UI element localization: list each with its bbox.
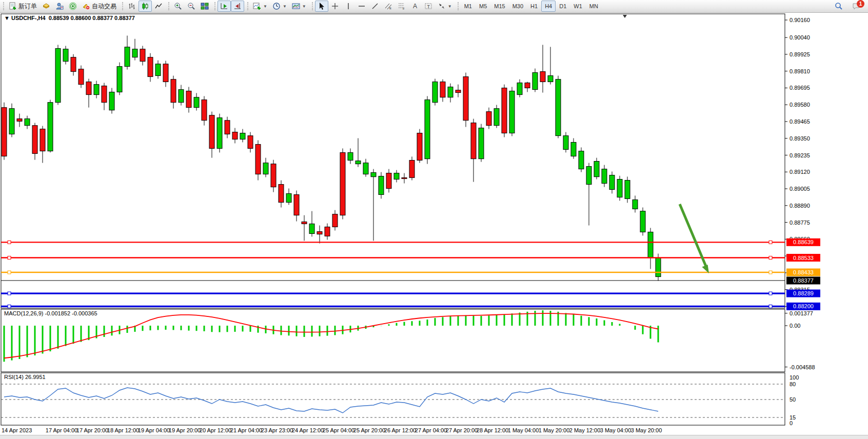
line-anchor-handle[interactable] <box>8 256 11 260</box>
horizontal-line-icon <box>358 2 366 10</box>
macd-axis-label: -0.004588 <box>790 364 815 370</box>
candle-body <box>255 144 261 174</box>
tf-button-M5[interactable]: M5 <box>476 1 490 12</box>
text-label-tool-button[interactable]: T <box>422 1 435 12</box>
line-anchor-handle[interactable] <box>8 241 11 244</box>
tf-button-H1[interactable]: H1 <box>527 1 541 12</box>
candle-body <box>40 129 45 151</box>
templates-button[interactable]: ▼ <box>289 1 309 12</box>
trendline-tool-button[interactable] <box>368 1 382 12</box>
candle-body <box>271 164 276 187</box>
line-anchor-handle[interactable] <box>769 305 772 308</box>
candle-body <box>494 109 499 126</box>
equidistant-channel-tool-button[interactable]: E <box>382 1 395 12</box>
crosshair-tool-button[interactable] <box>328 1 342 12</box>
vertical-line-tool-button[interactable] <box>342 1 355 12</box>
periods-icon <box>272 2 281 10</box>
new-order-button[interactable]: 新订单 <box>6 1 40 12</box>
time-axis-label: 25 Apr 20:00 <box>353 427 385 433</box>
candle-body <box>556 79 561 136</box>
cursor-icon <box>318 2 326 10</box>
candle-body <box>532 73 538 90</box>
current-price-tag-label: 0.88377 <box>793 277 814 284</box>
candle-body <box>517 83 522 95</box>
candle-body <box>586 166 591 184</box>
rsi-axis-label: 50 <box>790 396 796 403</box>
line-anchor-handle[interactable] <box>769 256 772 260</box>
cursor-tool-button[interactable] <box>315 1 328 12</box>
candle-body <box>202 100 207 121</box>
candle-body <box>240 133 245 139</box>
tf-button-W1[interactable]: W1 <box>570 1 586 12</box>
line-anchor-handle[interactable] <box>8 271 11 274</box>
candle-body <box>386 173 391 189</box>
candle-body <box>140 49 145 62</box>
line-anchor-handle[interactable] <box>769 271 772 274</box>
indicators-button[interactable]: ▼ <box>250 1 270 12</box>
hline-tag-label: 0.88289 <box>793 290 814 296</box>
notifications-button[interactable]: 1 <box>850 1 863 12</box>
main-plot-frame[interactable] <box>1 14 785 308</box>
horizontal-line-tool-button[interactable] <box>355 1 368 12</box>
candle-body <box>232 132 238 139</box>
candle-body <box>379 176 384 195</box>
svg-text:F: F <box>403 7 405 10</box>
candle-body <box>163 64 168 82</box>
text-tool-button[interactable]: A <box>408 1 422 12</box>
quotes-button[interactable] <box>40 1 53 12</box>
chart-shift-button[interactable] <box>231 1 244 12</box>
tf-button-M15[interactable]: M15 <box>490 1 508 12</box>
auto-scroll-button[interactable] <box>218 1 231 12</box>
line-anchor-handle[interactable] <box>8 305 11 308</box>
rsi-axis-label: 100 <box>790 374 799 381</box>
hline-tag-label: 0.88433 <box>793 269 814 275</box>
templates-icon <box>292 2 300 10</box>
bar-chart-mode-button[interactable] <box>125 1 139 12</box>
fibonacci-tool-button[interactable]: F <box>395 1 408 12</box>
bar-chart-icon <box>128 2 136 10</box>
chart-canvas[interactable]: 0.901600.900400.899250.898100.896950.895… <box>0 13 868 436</box>
candle-body <box>340 152 345 215</box>
tf-button-H4[interactable]: H4 <box>541 1 556 12</box>
line-anchor-handle[interactable] <box>769 241 772 244</box>
tf-button-M30[interactable]: M30 <box>509 1 527 12</box>
candle-body <box>94 85 99 95</box>
macd-axis-label: 0.001377 <box>790 310 813 316</box>
search-button[interactable] <box>832 1 845 12</box>
time-axis-label: 1 May 04:00 <box>508 427 539 433</box>
tile-windows-icon <box>201 2 209 10</box>
zoom-in-button[interactable] <box>171 1 185 12</box>
candlestick-icon <box>141 2 149 10</box>
time-axis-label: 17 Apr 04:00 <box>46 427 77 433</box>
candlestick-mode-button[interactable] <box>139 1 152 12</box>
zoom-in-icon <box>174 2 182 10</box>
price-axis-label: 0.89350 <box>790 135 810 142</box>
tf-button-MN[interactable]: MN <box>586 1 602 12</box>
toolbar-drag-handle <box>3 2 4 10</box>
group-separator <box>122 2 123 10</box>
autotrading-button[interactable]: 自动交易 <box>80 1 119 12</box>
periods-button[interactable]: ▼ <box>270 1 289 12</box>
chart-window[interactable]: 0.901600.900400.899250.898100.896950.895… <box>0 13 868 436</box>
candle-body <box>294 194 299 215</box>
line-anchor-handle[interactable] <box>8 292 11 295</box>
profile-button[interactable] <box>53 1 66 12</box>
fibonacci-icon: F <box>398 2 406 10</box>
text-label-icon: T <box>424 2 432 10</box>
macd-plot-frame[interactable] <box>1 309 785 372</box>
line-chart-mode-button[interactable] <box>152 1 165 12</box>
tf-button-D1[interactable]: D1 <box>556 1 570 12</box>
candle-body <box>656 258 661 277</box>
tf-button-M1[interactable]: M1 <box>461 1 476 12</box>
signals-button[interactable] <box>66 1 80 12</box>
time-axis-label: 17 Apr 20:00 <box>76 427 108 433</box>
chevron-down-icon: ▼ <box>302 4 306 9</box>
chevron-down-icon: ▼ <box>263 4 267 9</box>
candle-body <box>25 119 30 126</box>
candle-body <box>563 136 568 150</box>
line-anchor-handle[interactable] <box>769 292 772 295</box>
zoom-out-button[interactable] <box>185 1 198 12</box>
arrows-tool-button[interactable]: ▼ <box>435 1 455 12</box>
tile-windows-button[interactable] <box>198 1 211 12</box>
candle-body <box>302 222 307 224</box>
